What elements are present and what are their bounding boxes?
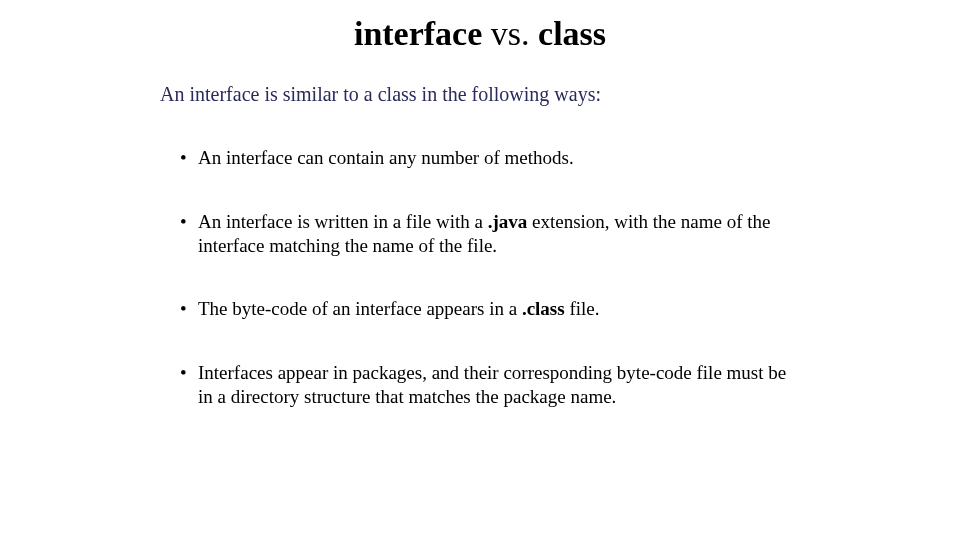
- list-item: Interfaces appear in packages, and their…: [180, 361, 800, 409]
- bullet-text: An interface can contain any number of m…: [198, 147, 574, 168]
- list-item: An interface can contain any number of m…: [180, 146, 800, 170]
- class-extension-bold: .class: [522, 298, 565, 319]
- bullet-list: An interface can contain any number of m…: [160, 146, 800, 409]
- list-item: An interface is written in a file with a…: [180, 210, 800, 258]
- list-item: The byte-code of an interface appears in…: [180, 297, 800, 321]
- java-extension-bold: .java: [488, 211, 528, 232]
- title-separator: vs.: [482, 15, 538, 52]
- bullet-text-pre: The byte-code of an interface appears in…: [198, 298, 522, 319]
- intro-text: An interface is similar to a class in th…: [160, 83, 800, 106]
- bullet-text: Interfaces appear in packages, and their…: [198, 362, 786, 407]
- slide-title: interface vs. class: [160, 15, 800, 53]
- bullet-text-pre: An interface is written in a file with a: [198, 211, 488, 232]
- title-keyword-interface: interface: [354, 15, 482, 52]
- title-keyword-class: class: [538, 15, 606, 52]
- bullet-text-post: file.: [565, 298, 600, 319]
